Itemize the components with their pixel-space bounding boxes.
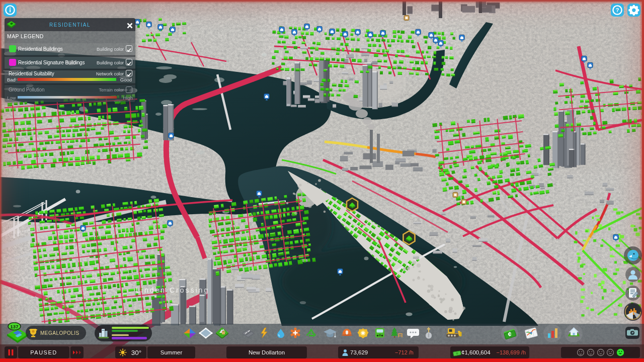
svg-text:¢: ¢: [508, 330, 511, 338]
svg-text:?: ?: [616, 7, 619, 13]
svg-text:137: 137: [11, 324, 19, 329]
svg-text:Linden Crossing: Linden Crossing: [136, 286, 209, 294]
